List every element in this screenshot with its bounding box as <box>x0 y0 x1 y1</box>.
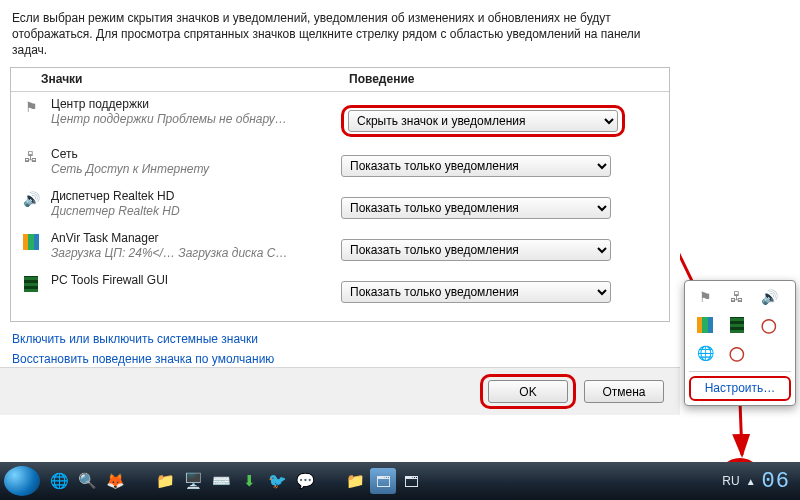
row-subtitle: Диспетчер Realtek HD <box>51 204 335 218</box>
network-icon <box>11 147 51 165</box>
ok-button[interactable]: OK <box>488 380 568 403</box>
table-row: Сеть Сеть Доступ к Интернету Показать то… <box>11 142 669 184</box>
world-icon[interactable] <box>695 343 715 363</box>
table-rows-container[interactable]: Центр поддержки Центр поддержки Проблемы… <box>11 92 669 321</box>
behavior-select[interactable]: Показать только уведомления Скрыть значо… <box>341 197 611 219</box>
taskbar-app[interactable]: 📁 <box>342 468 368 494</box>
audio-icon[interactable] <box>759 287 779 307</box>
taskbar-icon[interactable]: 🦊 <box>102 468 128 494</box>
row-subtitle: Загрузка ЦП: 24%</… Загрузка диска С… <box>51 246 335 260</box>
links-block: Включить или выключить системные значки … <box>12 332 668 366</box>
intro-text: Если выбран режим скрытия значков и увед… <box>12 10 668 59</box>
dialog-footer: OK Отмена <box>0 367 680 415</box>
table-row: AnVir Task Manager Загрузка ЦП: 24%</… З… <box>11 226 669 268</box>
audio-icon <box>11 189 51 207</box>
anvir-icon[interactable] <box>695 315 715 335</box>
behavior-select[interactable]: Показать только уведомления Скрыть значо… <box>341 239 611 261</box>
taskbar-icon[interactable]: 📁 <box>152 468 178 494</box>
highlight-annotation: OK <box>480 374 576 409</box>
taskbar-icon[interactable]: 🖥️ <box>180 468 206 494</box>
behavior-select[interactable]: Скрыть значок и уведомления Показать тол… <box>348 110 618 132</box>
column-header-icons: Значки <box>11 72 341 86</box>
language-indicator[interactable]: RU <box>720 473 741 489</box>
table-row: Диспетчер Realtek HD Диспетчер Realtek H… <box>11 184 669 226</box>
ccleaner-icon[interactable] <box>759 315 779 335</box>
tray-overflow-arrow-icon[interactable]: ▲ <box>746 476 756 487</box>
taskbar-icon[interactable]: 🔍 <box>74 468 100 494</box>
table-row: Центр поддержки Центр поддержки Проблемы… <box>11 92 669 142</box>
table-row: PC Tools Firewall GUI Показать только ув… <box>11 268 669 310</box>
notification-area-dialog: Если выбран режим скрытия значков и увед… <box>0 0 680 415</box>
cancel-button[interactable]: Отмена <box>584 380 664 403</box>
ccleaner-icon[interactable] <box>727 343 747 363</box>
row-title: Центр поддержки <box>51 97 335 111</box>
row-subtitle: Центр поддержки Проблемы не обнару… <box>51 112 335 126</box>
tray-configure-link[interactable]: Настроить… <box>689 376 791 401</box>
taskbar-icon[interactable]: ⬇ <box>236 468 262 494</box>
firewall-icon[interactable] <box>727 315 747 335</box>
table-header: Значки Поведение <box>11 68 669 92</box>
taskbar: 🌐 🔍 🦊 📁 🖥️ ⌨️ ⬇ 🐦 💬 📁 🗔 🗔 RU ▲ 06 <box>0 462 800 500</box>
taskbar-icon[interactable]: ⌨️ <box>208 468 234 494</box>
tray-overflow-popup: Настроить… <box>684 280 796 406</box>
svg-line-2 <box>740 402 742 455</box>
taskbar-app[interactable]: 🗔 <box>398 468 424 494</box>
taskbar-icon[interactable]: 🐦 <box>264 468 290 494</box>
tray-icon-grid <box>691 287 789 367</box>
flag-icon <box>11 97 51 115</box>
restore-default-link[interactable]: Восстановить поведение значка по умолчан… <box>12 352 668 366</box>
system-tray: RU ▲ 06 <box>720 469 796 494</box>
toggle-system-icons-link[interactable]: Включить или выключить системные значки <box>12 332 668 346</box>
taskbar-app[interactable]: 🗔 <box>370 468 396 494</box>
clock[interactable]: 06 <box>760 469 792 494</box>
row-title: Диспетчер Realtek HD <box>51 189 335 203</box>
taskbar-icon[interactable]: 🌐 <box>46 468 72 494</box>
row-title: Сеть <box>51 147 335 161</box>
taskbar-icon[interactable]: 💬 <box>292 468 318 494</box>
network-icon[interactable] <box>727 287 747 307</box>
anvir-icon <box>11 231 51 250</box>
row-subtitle: Сеть Доступ к Интернету <box>51 162 335 176</box>
flag-icon[interactable] <box>695 287 715 307</box>
behavior-select[interactable]: Показать только уведомления Скрыть значо… <box>341 281 611 303</box>
firewall-icon <box>11 273 51 292</box>
separator <box>689 371 791 372</box>
start-button[interactable] <box>4 466 40 496</box>
row-title: AnVir Task Manager <box>51 231 335 245</box>
column-header-behavior: Поведение <box>341 72 669 86</box>
icons-table: Значки Поведение Центр поддержки Центр п… <box>10 67 670 322</box>
row-title: PC Tools Firewall GUI <box>51 273 335 287</box>
highlight-annotation: Скрыть значок и уведомления Показать тол… <box>341 105 625 137</box>
behavior-select[interactable]: Показать только уведомления Скрыть значо… <box>341 155 611 177</box>
